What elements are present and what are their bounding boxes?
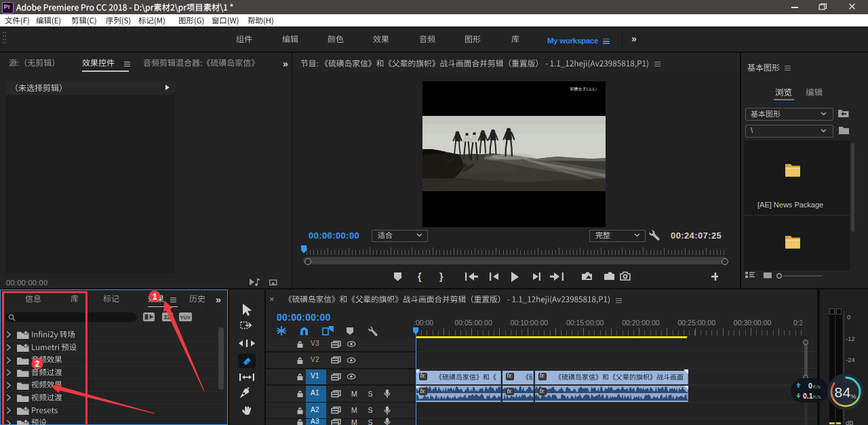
svg-text:%: %	[850, 393, 856, 400]
svg-text:2: 2	[35, 359, 40, 369]
svg-text:84: 84	[834, 384, 850, 399]
svg-text:0.1: 0.1	[803, 392, 813, 400]
svg-text:0: 0	[808, 382, 812, 390]
svg-text:K/s: K/s	[813, 384, 821, 390]
svg-text:1: 1	[153, 292, 157, 302]
svg-text:K/s: K/s	[813, 394, 821, 400]
